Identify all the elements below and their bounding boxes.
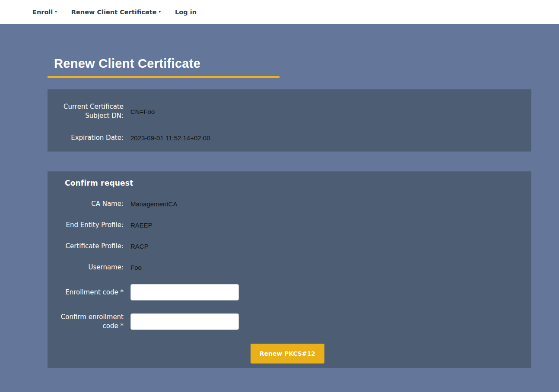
subject-dn-row: Current Certificate Subject DN: CN=Foo (57, 102, 518, 120)
ca-name-label: CA Name: (57, 199, 124, 209)
username-label: Username: (57, 263, 124, 272)
nav-item-enroll-label: Enroll (32, 9, 53, 16)
certificate-profile-row: Certificate Profile: RACP (57, 242, 518, 251)
enrollment-code-input[interactable] (130, 284, 239, 300)
expiration-date-row: Expiration Date: 2023-09-01 11:52:14+02:… (57, 133, 518, 142)
ca-name-row: CA Name: ManagementCA (57, 199, 518, 209)
ca-name-value: ManagementCA (130, 199, 177, 209)
renew-pkcs12-button[interactable]: Renew PKCS#12 (251, 344, 324, 364)
expiration-date-label: Expiration Date: (57, 133, 124, 142)
confirm-request-heading: Confirm request (57, 178, 518, 188)
top-navbar: Enroll ▾ Renew Client Certificate ▾ Log … (0, 0, 559, 24)
expiration-date-value: 2023-09-01 11:52:14+02:00 (130, 133, 210, 142)
end-entity-profile-row: End Entity Profile: RAEEP (57, 221, 518, 230)
confirm-enrollment-code-row: Confirm enrollment code * (57, 313, 518, 331)
chevron-down-icon: ▾ (159, 10, 161, 14)
certificate-profile-value: RACP (130, 242, 149, 251)
page-title: Renew Client Certificate (54, 57, 280, 71)
chevron-down-icon: ▾ (55, 10, 57, 14)
page-title-block: Renew Client Certificate (48, 57, 280, 78)
nav-item-enroll[interactable]: Enroll ▾ (32, 9, 57, 16)
nav-item-log-in[interactable]: Log in (175, 9, 197, 16)
nav-item-renew-label: Renew Client Certificate (71, 9, 157, 16)
certificate-profile-label: Certificate Profile: (57, 242, 124, 251)
confirm-enrollment-code-input[interactable] (130, 313, 239, 330)
end-entity-profile-value: RAEEP (130, 221, 152, 230)
subject-dn-label: Current Certificate Subject DN: (57, 102, 124, 120)
subject-dn-value: CN=Foo (130, 107, 155, 116)
username-row: Username: Foo (57, 263, 518, 272)
panel-footer: Renew PKCS#12 (57, 344, 518, 364)
username-value: Foo (130, 263, 142, 272)
nav-item-login-label: Log in (175, 9, 197, 16)
confirm-enrollment-code-label: Confirm enrollment code * (57, 313, 124, 331)
enrollment-code-label: Enrollment code * (57, 288, 124, 297)
current-certificate-panel: Current Certificate Subject DN: CN=Foo E… (48, 89, 531, 152)
end-entity-profile-label: End Entity Profile: (57, 221, 124, 230)
confirm-request-panel: Confirm request CA Name: ManagementCA En… (48, 171, 531, 368)
enrollment-code-row: Enrollment code * (57, 284, 518, 300)
nav-item-renew-client-certificate[interactable]: Renew Client Certificate ▾ (71, 9, 161, 16)
